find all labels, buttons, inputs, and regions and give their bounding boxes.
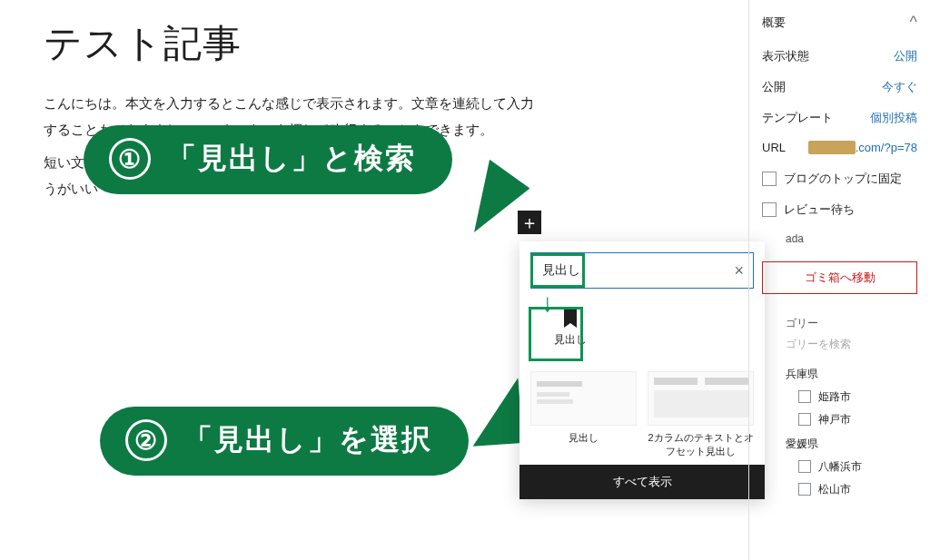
category-group-label: 兵庫県 — [749, 361, 930, 386]
sticky-label: ブログのトップに固定 — [784, 171, 902, 187]
publish-value[interactable]: 今すぐ — [882, 79, 917, 95]
url-suffix: .com/?p=78 — [856, 141, 917, 154]
pattern-option[interactable]: 見出し — [530, 371, 637, 459]
category-label: 松山市 — [818, 482, 851, 497]
pattern-thumbnail — [530, 371, 637, 426]
category-panel-title: ゴリー — [749, 303, 930, 337]
checkbox-icon — [798, 483, 811, 496]
block-result-label: 見出し — [530, 332, 610, 351]
redacted-url-part: xxxxxxxx — [808, 141, 856, 154]
post-title[interactable]: テスト記事 — [44, 18, 745, 69]
category-checkbox-row[interactable]: 八幡浜市 — [749, 456, 930, 478]
annotation-step-text: 「見出し」を選択 — [183, 420, 432, 460]
bookmark-icon — [530, 305, 610, 332]
template-row: テンプレート 個別投稿 — [749, 103, 930, 133]
category-label: 姫路市 — [818, 389, 851, 405]
chevron-up-icon: ^ — [910, 13, 917, 32]
summary-panel-toggle[interactable]: 概要 ^ — [749, 0, 930, 41]
checkbox-icon — [798, 460, 811, 473]
category-label: 神戸市 — [818, 412, 851, 427]
annotation-step-text: 「見出し」と検索 — [167, 139, 416, 179]
url-row: URL xxxxxxxx.com/?p=78 — [749, 133, 930, 163]
annotation-callout-1: ① 「見出し」と検索 — [84, 125, 452, 194]
block-search-input[interactable] — [540, 262, 722, 279]
summary-title: 概要 — [762, 15, 786, 31]
annotation-pointer-2 — [469, 378, 523, 447]
visibility-label: 表示状態 — [762, 48, 809, 64]
annotation-step-number: ② — [125, 419, 167, 461]
pending-review-checkbox-row[interactable]: レビュー待ち — [749, 194, 930, 225]
template-value[interactable]: 個別投稿 — [870, 110, 917, 126]
category-search-input[interactable]: ゴリーを検索 — [749, 337, 930, 361]
url-label: URL — [762, 141, 786, 156]
pattern-caption: 2カラムのテキストとオフセット見出し — [648, 431, 754, 459]
pattern-caption: 見出し — [530, 431, 637, 445]
visibility-row: 表示状態 公開 — [749, 41, 930, 72]
checkbox-icon — [762, 172, 777, 186]
publish-label: 公開 — [762, 79, 786, 95]
category-checkbox-row[interactable]: 神戸市 — [749, 408, 930, 431]
pattern-thumbnail — [648, 371, 754, 426]
pending-review-label: レビュー待ち — [784, 201, 855, 218]
block-result-heading[interactable]: 見出し — [530, 305, 610, 351]
checkbox-icon — [798, 413, 811, 426]
category-checkbox-row[interactable]: 姫路市 — [749, 386, 930, 408]
paragraph-text: こんにちは。本文を入力するとこんな感じで表示されます。文章を連続して入力 — [44, 95, 534, 111]
category-checkbox-row[interactable]: 松山市 — [749, 478, 930, 501]
publish-row: 公開 今すぐ — [749, 72, 930, 103]
url-value[interactable]: xxxxxxxx.com/?p=78 — [808, 141, 917, 156]
checkbox-icon — [798, 390, 811, 403]
show-all-button[interactable]: すべて表示 — [519, 465, 765, 499]
annotation-step-number: ① — [109, 138, 151, 180]
clear-search-button[interactable]: × — [730, 258, 747, 284]
paragraph-text: うがいい — [44, 181, 98, 196]
annotation-callout-2: ② 「見出し」を選択 — [100, 407, 469, 476]
pattern-option[interactable]: 2カラムのテキストとオフセット見出し — [648, 371, 754, 459]
checkbox-icon — [762, 202, 777, 217]
category-group-label: 愛媛県 — [749, 431, 930, 456]
settings-sidebar: 概要 ^ 表示状態 公開 公開 今すぐ テンプレート 個別投稿 URL xxxx… — [748, 0, 930, 560]
author-value[interactable]: ada — [749, 225, 930, 252]
template-label: テンプレート — [762, 110, 833, 126]
block-search-field[interactable]: × — [530, 252, 754, 289]
sticky-checkbox-row[interactable]: ブログのトップに固定 — [749, 163, 930, 194]
move-to-trash-button[interactable]: ゴミ箱へ移動 — [762, 261, 917, 294]
visibility-value[interactable]: 公開 — [894, 48, 917, 64]
category-label: 八幡浜市 — [818, 459, 862, 475]
block-inserter-popover: × 見出し 見出し 2カラムのテキストとオフセット見出し すべて表示 — [519, 241, 765, 499]
